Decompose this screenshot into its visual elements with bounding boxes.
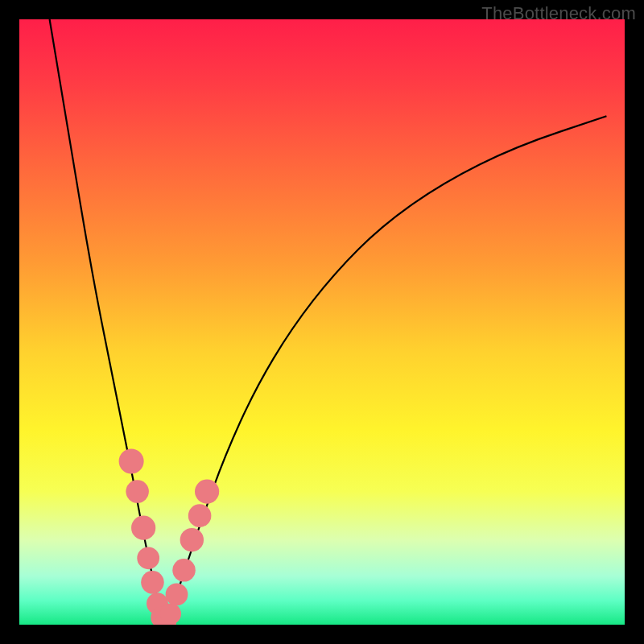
marker-point xyxy=(172,559,196,582)
chart-frame xyxy=(19,19,625,625)
marker-point xyxy=(160,603,181,624)
chart-svg xyxy=(19,19,625,625)
marker-point xyxy=(180,528,204,551)
marker-point xyxy=(188,504,212,527)
marker-point xyxy=(131,516,155,540)
marker-point xyxy=(126,480,149,503)
marker-point xyxy=(137,547,159,569)
watermark-text: TheBottleneck.com xyxy=(481,3,636,24)
marker-point xyxy=(119,448,144,473)
marker-point xyxy=(141,571,164,594)
background-gradient xyxy=(19,19,625,625)
marker-point xyxy=(195,479,219,503)
marker-point xyxy=(166,584,188,606)
